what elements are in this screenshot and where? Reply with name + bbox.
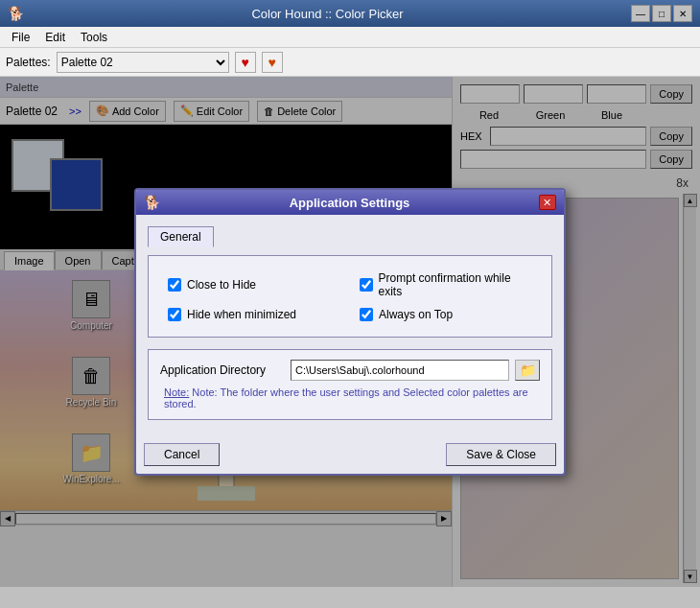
close-button[interactable]: ✕	[673, 5, 692, 22]
maximize-button[interactable]: □	[652, 5, 671, 22]
directory-label: Application Directory	[160, 363, 285, 377]
modal-title: Application Settings	[290, 196, 410, 210]
modal-body: General Close to Hide Prompt confirmatio…	[136, 215, 564, 443]
main-content: Palette Palette 02 >> 🎨 Add Color ✏️ Edi…	[0, 77, 700, 587]
application-settings-modal: 🐕 Application Settings ✕ General Close t…	[134, 188, 566, 476]
option-close-to-hide: Close to Hide	[168, 271, 340, 298]
menu-edit[interactable]: Edit	[37, 29, 73, 46]
prompt-confirmation-label: Prompt confirmation while exits	[379, 271, 532, 298]
modal-icon: 🐕	[144, 195, 160, 210]
menu-file[interactable]: File	[4, 29, 37, 46]
option-always-on-top: Always on Top	[360, 308, 532, 321]
always-on-top-checkbox[interactable]	[360, 308, 373, 321]
prompt-confirmation-checkbox[interactable]	[360, 278, 373, 292]
app-icon: 🐕	[8, 6, 24, 21]
modal-footer: Cancel Save & Close	[136, 443, 564, 474]
save-close-button[interactable]: Save & Close	[446, 443, 556, 466]
hide-minimized-checkbox[interactable]	[168, 308, 181, 321]
palette-select[interactable]: Palette 02	[57, 52, 229, 73]
palette-bar: Palettes: Palette 02 ♥ ♥	[0, 48, 700, 77]
palette-fav-btn[interactable]: ♥	[235, 52, 256, 73]
modal-tab-general[interactable]: General	[148, 226, 214, 247]
option-prompt-confirmation: Prompt confirmation while exits	[360, 271, 532, 298]
cancel-button[interactable]: Cancel	[144, 443, 220, 466]
palettes-label: Palettes:	[6, 56, 51, 69]
close-to-hide-checkbox[interactable]	[168, 278, 181, 292]
palette-heart-btn[interactable]: ♥	[262, 52, 283, 73]
always-on-top-label: Always on Top	[379, 308, 453, 321]
menu-tools[interactable]: Tools	[73, 29, 115, 46]
directory-row: Application Directory 📁	[160, 360, 540, 381]
hide-minimized-label: Hide when minimized	[187, 308, 296, 321]
window-controls: — □ ✕	[631, 5, 692, 22]
modal-tab-bar: General	[148, 226, 552, 247]
menu-bar: File Edit Tools	[0, 27, 700, 48]
modal-options-section: Close to Hide Prompt confirmation while …	[148, 255, 552, 338]
minimize-button[interactable]: —	[631, 5, 650, 22]
close-to-hide-label: Close to Hide	[187, 278, 256, 292]
modal-options-grid: Close to Hide Prompt confirmation while …	[168, 271, 532, 321]
directory-browse-button[interactable]: 📁	[515, 360, 540, 381]
modal-title-bar: 🐕 Application Settings ✕	[136, 190, 564, 215]
directory-note: Note: Note: The folder where the user se…	[160, 386, 540, 409]
modal-close-button[interactable]: ✕	[539, 195, 556, 210]
window-title: Color Hound :: Color Picker	[24, 7, 631, 21]
option-hide-minimized: Hide when minimized	[168, 308, 340, 321]
modal-directory-section: Application Directory 📁 Note: Note: The …	[148, 349, 552, 420]
modal-overlay: 🐕 Application Settings ✕ General Close t…	[0, 77, 700, 587]
directory-input[interactable]	[291, 360, 509, 381]
title-bar: 🐕 Color Hound :: Color Picker — □ ✕	[0, 0, 700, 27]
